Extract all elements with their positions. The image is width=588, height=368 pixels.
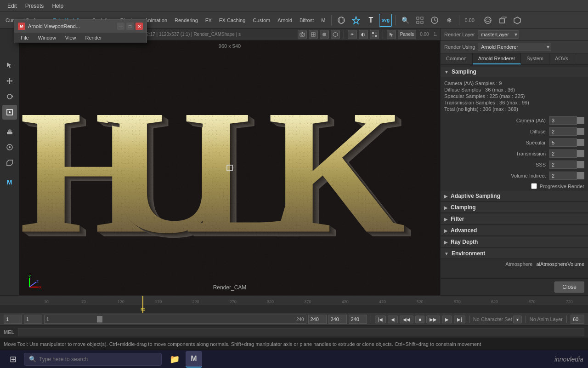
taskbar-search-input[interactable] [39, 356, 157, 362]
volume-indirect-input[interactable] [549, 172, 577, 180]
clock-icon[interactable] [428, 14, 441, 27]
sphere-icon[interactable] [335, 14, 348, 27]
menu-presets[interactable]: Presets [22, 2, 48, 10]
frame-current-field[interactable] [24, 315, 42, 324]
next-key-btn[interactable]: ▶| [454, 316, 465, 323]
popup-minimize[interactable]: — [117, 23, 124, 30]
fx-menu[interactable]: FX [203, 14, 215, 27]
range-end-field[interactable] [308, 315, 327, 324]
bifrost-menu[interactable]: Bifrost [297, 14, 317, 27]
specular-slider[interactable] [577, 139, 584, 146]
frame-slider-thumb[interactable] [97, 316, 102, 322]
smooth-icon[interactable] [331, 30, 340, 39]
frame-slider[interactable]: 1 240 [44, 315, 306, 324]
popup-maximize[interactable]: □ [126, 23, 134, 30]
rendering-menu[interactable]: Rendering [172, 14, 201, 27]
diffuse-slider[interactable] [577, 128, 584, 135]
camera-icon[interactable] [298, 30, 307, 39]
render-layer-dropdown-wrapper[interactable]: masterLayer [478, 30, 519, 39]
viewport-canvas[interactable]: 960 x 540 X Y Z Render_CAM [19, 40, 440, 295]
adaptive-sampling-section[interactable]: ▶ Adaptive Sampling [441, 191, 588, 201]
prev-frame-btn[interactable]: ◀ [388, 316, 398, 323]
advanced-section[interactable]: ▶ Advanced [441, 225, 588, 236]
rotate-tool-icon[interactable] [2, 89, 17, 104]
taskbar-search-box[interactable]: 🔍 [24, 353, 162, 366]
specular-input[interactable] [549, 138, 577, 147]
tab-system[interactable]: System [521, 53, 549, 64]
custom-menu[interactable]: Custom [250, 14, 273, 27]
close-button[interactable]: Close [554, 282, 584, 293]
sampling-section-header[interactable]: ▼ Sampling [441, 67, 588, 77]
tab-aovs[interactable]: AOVs [549, 53, 574, 64]
shaded-icon[interactable] [320, 30, 329, 39]
mel-input[interactable] [18, 328, 584, 336]
prev-key-btn[interactable]: |◀ [375, 316, 386, 323]
character-set-dropdown[interactable]: ▾ [513, 316, 522, 323]
taskbar-maya[interactable]: M [186, 351, 202, 368]
tab-arnold-renderer[interactable]: Arnold Renderer [473, 53, 521, 64]
camera-aa-slider[interactable] [577, 117, 584, 124]
light-icon[interactable]: ☀ [348, 30, 357, 39]
popup-menu-window[interactable]: Window [34, 34, 60, 41]
magnify-icon[interactable]: 🔍 [399, 14, 412, 27]
bevel-icon[interactable] [2, 155, 17, 170]
diffuse-input[interactable] [549, 127, 577, 136]
atmosphere-row: Atmosphere aiAtmosphereVolume [441, 260, 588, 268]
sss-slider[interactable] [577, 161, 584, 168]
popup-menu-render[interactable]: Render [82, 34, 106, 41]
tab-common[interactable]: Common [441, 53, 473, 64]
transmission-slider[interactable] [577, 150, 584, 157]
menu-help[interactable]: Help [48, 2, 67, 10]
box3d-icon[interactable] [511, 14, 524, 27]
play-back-btn[interactable]: ◀◀ [400, 316, 413, 323]
extrude-tool-icon[interactable] [2, 124, 17, 139]
range-max-field[interactable] [349, 315, 367, 324]
clamping-section[interactable]: ▶ Clamping [441, 202, 588, 213]
camera-aa-input[interactable] [549, 116, 577, 125]
range-end-field2[interactable] [328, 315, 347, 324]
snowflake-icon[interactable]: ❄ [443, 14, 456, 27]
scale-tool-icon[interactable] [2, 105, 17, 120]
timeline-area[interactable]: 10 70 120 170 220 270 320 370 420 470 52… [0, 295, 588, 313]
environment-section-header[interactable]: ▼ Environment [441, 248, 588, 259]
wireframe-icon[interactable] [309, 30, 318, 39]
transmission-input[interactable] [549, 150, 577, 158]
maya-icon[interactable]: M [2, 175, 17, 190]
grid-snap-icon[interactable] [413, 14, 426, 27]
start-button[interactable]: ⊞ [4, 350, 22, 368]
volume-indirect-slider[interactable] [577, 172, 584, 179]
render-using-dropdown-wrapper[interactable]: Arnold Renderer [478, 43, 551, 51]
play-btn[interactable]: ▶▶ [426, 316, 440, 323]
move-tool-icon[interactable] [2, 74, 17, 88]
texture-icon[interactable] [370, 30, 379, 39]
select-mode-icon[interactable] [387, 30, 396, 39]
taskbar-file-explorer[interactable]: 📁 [166, 351, 183, 368]
render-using-select[interactable]: Arnold Renderer [478, 43, 551, 51]
ray-depth-section[interactable]: ▶ Ray Depth [441, 237, 588, 247]
shadow-icon[interactable]: ◐ [359, 30, 368, 39]
popup-close[interactable]: ✕ [136, 23, 143, 30]
m-menu[interactable]: M [318, 14, 328, 27]
globe-icon[interactable] [481, 14, 494, 27]
fps-field[interactable] [571, 315, 584, 324]
sss-input[interactable] [549, 161, 577, 169]
popup-menu-file[interactable]: File [17, 34, 33, 41]
select-tool-icon[interactable] [2, 58, 17, 73]
star-icon[interactable] [350, 14, 362, 27]
next-frame-btn[interactable]: ▶ [442, 316, 452, 323]
text-icon[interactable]: T [364, 14, 377, 27]
volume-indirect-label: Volume Indirect [444, 173, 546, 178]
fx-caching-menu[interactable]: FX Caching [216, 14, 248, 27]
svg-icon[interactable]: svg [379, 14, 392, 27]
panels-btn[interactable]: Panels [398, 30, 417, 39]
menu-edit[interactable]: Edit [4, 2, 21, 10]
frame-start-field[interactable] [4, 315, 22, 324]
cube-icon[interactable] [496, 14, 509, 27]
popup-menu-view[interactable]: View [62, 34, 80, 41]
progressive-render-checkbox[interactable] [531, 183, 537, 189]
snap-icon[interactable] [2, 140, 17, 155]
filter-section[interactable]: ▶ Filter [441, 214, 588, 224]
render-layer-select[interactable]: masterLayer [478, 30, 519, 39]
arnold-menu[interactable]: Arnold [275, 14, 295, 27]
stop-btn[interactable]: ■ [415, 316, 424, 323]
